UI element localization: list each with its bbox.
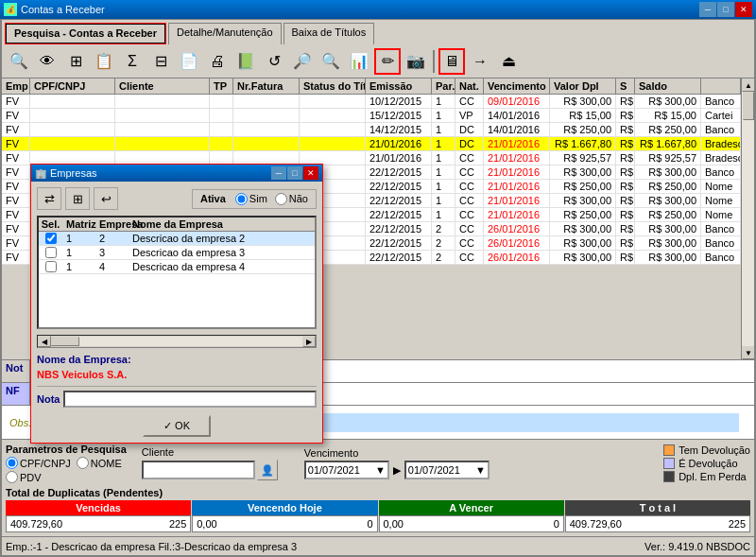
modal-title-controls: ─ □ ✕ — [271, 166, 318, 180]
modal-grid-header: Sel. Matriz Empresa Nome da Empresa — [39, 218, 315, 232]
toolbar: 🔍 👁 ⊞ 📋 Σ ⊟ 📄 🖨 📗 ↺ 🔎 🔍 📊 ✏ 📷 🖥 → ⏏ — [2, 44, 754, 78]
chart-icon[interactable]: 📊 — [346, 48, 372, 75]
nota-input[interactable] — [63, 391, 317, 408]
nome-2: Descricao da empresa 3 — [129, 246, 315, 259]
zoom-icon[interactable]: 🔎 — [289, 48, 316, 75]
empresa-nome-label: Nome da Empresa: — [37, 354, 131, 365]
modal-tool-buttons: ⇄ ⊞ ↩ — [37, 187, 118, 210]
main-window: Pesquisa - Contas a Receber Detalhe/Manu… — [0, 19, 756, 557]
modal-hscrollbar[interactable]: ◀ ▶ — [37, 335, 317, 348]
modal-title: Empresas — [50, 167, 97, 179]
tab-detalhe[interactable]: Detalhe/Manutenção — [168, 23, 282, 44]
maximize-button[interactable]: □ — [717, 2, 734, 17]
toolbar-separator — [433, 50, 435, 73]
print-icon[interactable]: 🖨 — [204, 48, 231, 75]
content-area: Emp CPF/CNPJ Cliente TP Nr.Fatura Status… — [2, 78, 754, 536]
refresh-icon[interactable]: ↺ — [261, 48, 287, 75]
col-nome: Nome da Empresa — [129, 218, 315, 231]
mat-2: 1 — [62, 246, 95, 259]
nome-1: Descricao da empresa 2 — [129, 232, 315, 245]
search2-icon[interactable]: 🔍 — [318, 48, 344, 75]
tab-pesquisa[interactable]: Pesquisa - Contas a Receber — [6, 24, 165, 44]
book-icon[interactable]: 📗 — [232, 48, 259, 75]
ativa-label: Ativa — [200, 193, 226, 204]
ativa-nao[interactable]: Não — [275, 193, 308, 205]
modal-tool-3[interactable]: ↩ — [94, 187, 118, 210]
copy-icon[interactable]: 📋 — [91, 48, 117, 75]
sel-3[interactable] — [39, 261, 62, 272]
nome-3: Descricao da empresa 4 — [129, 260, 315, 273]
col-sel: Sel. — [39, 218, 62, 231]
ok-btn-row: ✓ OK — [37, 415, 317, 437]
emp-2: 3 — [95, 246, 129, 259]
view-icon[interactable]: 👁 — [34, 48, 60, 75]
empresas-modal: 🏢 Empresas ─ □ ✕ ⇄ — [30, 164, 323, 444]
nota-section: Nota — [37, 386, 317, 408]
doc-icon[interactable]: 📄 — [176, 48, 202, 75]
scroll-right-btn[interactable]: ▶ — [302, 336, 316, 347]
grid-icon[interactable]: ⊞ — [62, 48, 89, 75]
monitor-icon[interactable]: 🖥 — [438, 48, 465, 75]
mat-3: 1 — [62, 260, 95, 273]
camera-icon[interactable]: 📷 — [403, 48, 429, 75]
empresa-nome-section: Nome da Empresa: — [37, 354, 317, 365]
search-icon[interactable]: 🔍 — [6, 48, 32, 75]
modal-grid-row-1[interactable]: 1 2 Descricao da empresa 2 — [39, 232, 315, 246]
forward-icon[interactable]: → — [467, 48, 493, 75]
modal-toolbar-row: ⇄ ⊞ ↩ Ativa Sim — [37, 187, 317, 210]
modal-maximize-button[interactable]: □ — [287, 166, 302, 180]
app-title: Contas a Receber — [21, 4, 105, 15]
status-right: Ver.: 9.419.0 NBSDOC — [644, 541, 750, 552]
modal-tool-2[interactable]: ⊞ — [65, 187, 90, 210]
nota-label: Nota — [37, 393, 60, 405]
modal-icon: 🏢 — [35, 168, 46, 179]
modal-close-button[interactable]: ✕ — [303, 166, 318, 180]
ativa-sim[interactable]: Sim — [235, 193, 267, 205]
status-left: Emp.:-1 - Descricao da empresa Fil.:3-De… — [6, 541, 297, 552]
modal-overlay: 🏢 Empresas ─ □ ✕ ⇄ — [2, 78, 754, 536]
sel-1[interactable] — [39, 233, 62, 244]
ok-button[interactable]: ✓ OK — [143, 415, 211, 437]
col-empresa: Empresa — [95, 218, 129, 231]
sum-icon[interactable]: Σ — [119, 48, 146, 75]
status-bar: Emp.:-1 - Descricao da empresa Fil.:3-De… — [2, 536, 754, 555]
ativa-group: Ativa Sim Não — [192, 189, 317, 209]
scroll-left-btn[interactable]: ◀ — [38, 336, 51, 347]
modal-title-bar: 🏢 Empresas ─ □ ✕ — [31, 165, 322, 182]
hscroll-track — [51, 337, 302, 346]
hscroll-thumb[interactable] — [51, 337, 79, 346]
empresa-nome-value-row: NBS Veiculos S.A. — [37, 369, 317, 380]
edit-icon[interactable]: ✏ — [374, 48, 401, 75]
emp-3: 4 — [95, 260, 129, 273]
modal-grid: Sel. Matriz Empresa Nome da Empresa 1 2 … — [37, 216, 317, 329]
window-controls: ─ □ ✕ — [699, 2, 752, 17]
sel-2[interactable] — [39, 247, 62, 258]
app-icon: 💰 — [4, 3, 17, 16]
mat-1: 1 — [62, 232, 95, 245]
modal-grid-row-2[interactable]: 1 3 Descricao da empresa 3 — [39, 246, 315, 260]
close-button[interactable]: ✕ — [735, 2, 752, 17]
ativa-radios: Sim Não — [235, 193, 308, 205]
title-bar: 💰 Contas a Receber ─ □ ✕ — [0, 0, 756, 19]
minus-icon[interactable]: ⊟ — [147, 48, 174, 75]
eject-icon[interactable]: ⏏ — [495, 48, 522, 75]
tab-baixa[interactable]: Baixa de Títulos — [284, 23, 375, 44]
col-matriz: Matriz — [62, 218, 95, 231]
emp-1: 2 — [95, 232, 129, 245]
modal-grid-row-3[interactable]: 1 4 Descricao da empresa 4 — [39, 260, 315, 274]
tab-bar: Pesquisa - Contas a Receber Detalhe/Manu… — [2, 20, 754, 44]
modal-tool-1[interactable]: ⇄ — [37, 187, 61, 210]
minimize-button[interactable]: ─ — [699, 2, 716, 17]
modal-minimize-button[interactable]: ─ — [271, 166, 286, 180]
modal-body: ⇄ ⊞ ↩ Ativa Sim — [31, 182, 322, 443]
empresa-nome-value: NBS Veiculos S.A. — [37, 369, 127, 380]
